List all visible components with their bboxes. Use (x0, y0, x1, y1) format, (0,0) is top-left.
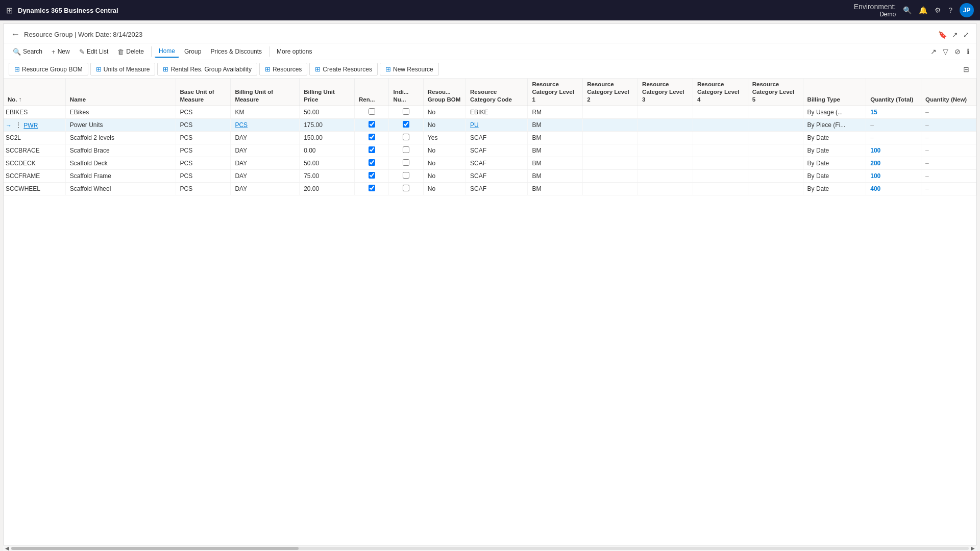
table-row[interactable]: SCCDECKScaffold DeckPCSDAY50.00NoSCAFBMB… (4, 157, 976, 169)
resources-button[interactable]: ⊞ Resources (259, 63, 307, 76)
tab-prices[interactable]: Prices & Discounts (206, 46, 266, 57)
cell-ren-checkbox[interactable] (369, 146, 375, 153)
col-header-cat3[interactable]: Resource Category Level 3 (638, 79, 693, 106)
cell-name: Scaffold Deck (65, 157, 176, 169)
cell-no-value[interactable]: PWR (23, 122, 38, 129)
col-header-base-uom[interactable]: Base Unit of Measure (176, 79, 231, 106)
cell-no-value[interactable]: SC2L (6, 134, 21, 141)
cell-no-value[interactable]: SCCWHEEL (6, 185, 40, 192)
cell-indi-checkbox[interactable] (403, 159, 409, 166)
filter-active-icon[interactable]: ⊘ (952, 45, 963, 58)
cell-ren-checkbox[interactable] (369, 185, 375, 191)
col-header-qty-new[interactable]: Quantity (New) (921, 79, 976, 106)
table-row[interactable]: SCCBRACEScaffold BracePCSDAY0.00NoSCAFBM… (4, 144, 976, 157)
col-header-cat4[interactable]: Resource Category Level 4 (693, 79, 748, 106)
cell-indi-checkbox[interactable] (403, 134, 409, 140)
new-button[interactable]: + New (47, 46, 74, 58)
scroll-left-arrow[interactable]: ◀ (5, 545, 9, 551)
expand-icon[interactable]: ⤢ (963, 31, 969, 39)
help-icon[interactable]: ? (948, 6, 952, 14)
cell-indi-checkbox[interactable] (403, 172, 409, 179)
avatar[interactable]: JP (960, 3, 974, 17)
more-options-button[interactable]: More options (273, 46, 316, 57)
cell-indi-checkbox[interactable] (403, 108, 409, 115)
edit-list-button[interactable]: ✎ Edit List (75, 46, 113, 58)
cell-ren-checkbox[interactable] (369, 134, 375, 140)
bell-icon[interactable]: 🔔 (919, 6, 927, 14)
row-context-menu[interactable]: ⋮ (13, 121, 23, 129)
cell-no: SCCDECK (4, 157, 65, 169)
cell-cat3 (638, 131, 693, 144)
cell-no: → ⋮PWR (4, 118, 65, 131)
table-row[interactable]: SCCWHEELScaffold WheelPCSDAY20.00NoSCAFB… (4, 182, 976, 195)
col-header-no[interactable]: No. ↑ (4, 79, 65, 106)
cell-indi (389, 106, 423, 118)
cell-indi-checkbox[interactable] (403, 146, 409, 153)
table-row[interactable]: → ⋮PWRPower UnitsPCSPCS175.00NoPUBMBy Pi… (4, 118, 976, 131)
cell-bill-uom: DAY (231, 169, 300, 182)
cell-cat1: BM (528, 157, 583, 169)
create-resources-button[interactable]: ⊞ Create Resources (309, 63, 378, 76)
cell-ren-checkbox[interactable] (369, 121, 375, 128)
cell-ren-checkbox[interactable] (369, 159, 375, 166)
cell-cat1: BM (528, 182, 583, 195)
cell-indi-checkbox[interactable] (403, 185, 409, 191)
page-header-left: ← Resource Group | Work Date: 8/14/2023 (11, 29, 142, 40)
cell-qty-total: 400 (866, 182, 921, 195)
cell-name: Scaffold Frame (65, 169, 176, 182)
col-header-res-cat[interactable]: Resource Category Code (466, 79, 528, 106)
bookmark-icon[interactable]: 🔖 (938, 31, 947, 39)
cell-bill-uom-link[interactable]: PCS (235, 121, 248, 129)
new-resource-button[interactable]: ⊞ New Resource (380, 63, 439, 76)
cell-ren-checkbox[interactable] (369, 172, 375, 179)
cell-ren (355, 118, 389, 131)
search-button[interactable]: 🔍 Search (9, 46, 46, 58)
rental-avail-button[interactable]: ⊞ Rental Res. Group Availability (157, 63, 257, 76)
col-header-res-bom[interactable]: Resou... Group BOM (423, 79, 465, 106)
cell-bill-type: By Date (803, 169, 866, 182)
cell-no-value[interactable]: EBIKES (6, 109, 28, 116)
table-row[interactable]: SC2LScaffold 2 levelsPCSDAY150.00YesSCAF… (4, 131, 976, 144)
col-header-bill-uom[interactable]: Billing Unit of Measure (231, 79, 300, 106)
grid-icon[interactable]: ⊞ (6, 6, 13, 15)
cell-res-cat-link[interactable]: PU (470, 121, 479, 129)
table-row[interactable]: SCCFRAMEScaffold FramePCSDAY75.00NoSCAFB… (4, 169, 976, 182)
settings-icon[interactable]: ⚙ (935, 6, 941, 14)
col-header-ren[interactable]: Ren... (355, 79, 389, 106)
cell-no-value[interactable]: SCCFRAME (6, 172, 40, 180)
info-icon[interactable]: ℹ (965, 45, 971, 58)
col-header-bill-type[interactable]: Billing Type (803, 79, 866, 106)
share-toolbar-icon[interactable]: ↗ (928, 45, 939, 58)
scrollbar-thumb[interactable] (11, 547, 299, 550)
tab-group[interactable]: Group (180, 46, 205, 57)
cell-no-value[interactable]: SCCBRACE (6, 147, 40, 154)
tab-home[interactable]: Home (155, 45, 179, 58)
col-header-cat1[interactable]: Resource Category Level 1 (528, 79, 583, 106)
cell-ren-checkbox[interactable] (369, 108, 375, 115)
col-header-cat2[interactable]: Resource Category Level 2 (583, 79, 638, 106)
back-button[interactable]: ← (11, 29, 20, 40)
filter-icon[interactable]: ▽ (941, 45, 950, 58)
customize-icon[interactable]: ⊟ (961, 63, 971, 76)
col-header-indi[interactable]: Indi... Nu... (389, 79, 423, 106)
table-row[interactable]: EBIKESEBikesPCSKM50.00NoEBIKERMBy Usage … (4, 106, 976, 118)
share-icon[interactable]: ↗ (952, 31, 958, 39)
cell-no-value[interactable]: SCCDECK (6, 160, 36, 167)
cell-bill-price: 175.00 (300, 118, 355, 131)
search-icon[interactable]: 🔍 (903, 6, 912, 14)
col-header-cat5[interactable]: Resource Category Level 5 (748, 79, 803, 106)
delete-button[interactable]: 🗑 Delete (113, 46, 148, 58)
resource-group-bom-button[interactable]: ⊞ Resource Group BOM (9, 63, 88, 76)
topbar: ⊞ Dynamics 365 Business Central Environm… (0, 0, 980, 20)
cell-qty-total: 100 (866, 169, 921, 182)
col-header-name[interactable]: Name (65, 79, 176, 106)
cell-res-cat: SCAF (466, 144, 528, 157)
cell-indi-checkbox[interactable] (403, 121, 409, 128)
col-header-qty-total[interactable]: Quantity (Total) (866, 79, 921, 106)
units-of-measure-button[interactable]: ⊞ Units of Measure (90, 63, 156, 76)
scroll-right-arrow[interactable]: ▶ (971, 545, 975, 551)
scrollbar-track[interactable] (11, 547, 969, 550)
cell-bill-type: By Date (803, 157, 866, 169)
cell-ren (355, 144, 389, 157)
col-header-bill-price[interactable]: Billing Unit Price (300, 79, 355, 106)
